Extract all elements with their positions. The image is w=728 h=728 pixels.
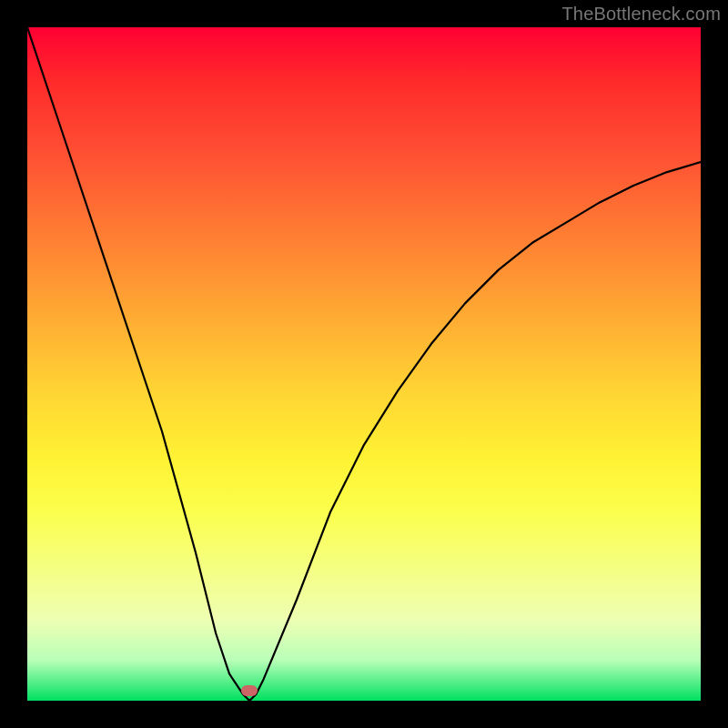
chart-stage: TheBottleneck.com (0, 0, 728, 728)
bottleneck-curve (27, 27, 701, 701)
plot-area (27, 27, 701, 701)
watermark-text: TheBottleneck.com (561, 4, 721, 25)
curve-layer (27, 27, 701, 701)
optimum-marker (241, 685, 258, 696)
